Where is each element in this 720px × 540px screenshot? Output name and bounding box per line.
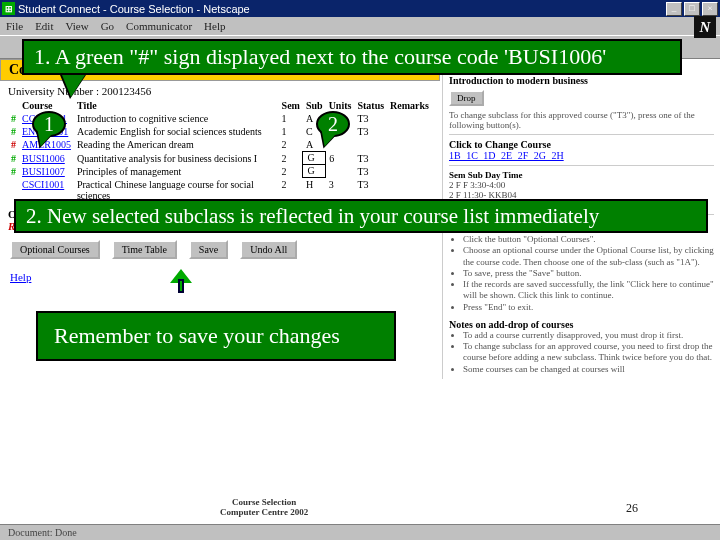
list-item: To save, press the "Save" button. [463,268,714,279]
table-row: #BUSI1007Principles of management2GT3 [8,165,432,178]
course-code-link[interactable]: CSCI1001 [22,179,64,190]
schedule-row: 2 F F 3:30-4:00 [449,180,714,190]
table-row: CSCI1001Practical Chinese language cours… [8,178,432,202]
detail-course-title: Introduction to modern business [449,75,714,86]
status-bar: Document: Done [0,524,720,540]
netscape-badge: N [694,16,716,38]
hash-indicator: # [8,138,19,152]
help-link[interactable]: Help [0,267,440,287]
click-change-label: Click to Change Course [449,139,714,150]
steps-list: Click the button "Optional Courses".Choo… [449,234,714,313]
callout-1: 1. A green "#" sign displayed next to th… [22,39,682,75]
minimize-button[interactable]: _ [666,2,682,16]
menu-view[interactable]: View [65,20,88,32]
col-sem: Sem [279,99,303,112]
list-item: Choose an optional course under the Opti… [463,245,714,268]
table-row: #BUSI1006Quantitative analysis for busin… [8,152,432,165]
maximize-button[interactable]: □ [684,2,700,16]
menu-file[interactable]: File [6,20,23,32]
table-row: #ENGL1101Academic English for social sci… [8,125,432,138]
course-title: Academic English for social sciences stu… [74,125,279,138]
hash-indicator: # [8,125,19,138]
menu-help[interactable]: Help [204,20,225,32]
schedule-header: Sem Sub Day Time [449,170,714,180]
col-status: Status [354,99,387,112]
undo-all-button[interactable]: Undo All [240,240,297,259]
slide-number: 26 [626,501,638,516]
col-remarks: Remarks [387,99,432,112]
footer-credit: Course Selection Computer Centre 2002 [220,498,308,518]
course-title: Introduction to cognitive science [74,112,279,125]
col-title: Title [74,99,279,112]
course-title: Principles of management [74,165,279,178]
list-item: Press "End" to exit. [463,302,714,313]
menu-go[interactable]: Go [101,20,114,32]
hash-indicator: # [8,112,19,125]
close-button[interactable]: × [702,2,718,16]
callout-2: 2. New selected subclass is reflected in… [14,199,708,233]
notes-header: Notes on add-drop of courses [449,319,714,330]
callout-3: Remember to save your changes [36,311,396,361]
course-code-link[interactable]: BUSI1006 [22,153,65,164]
drop-button[interactable]: Drop [449,90,484,106]
list-item: To change subclass for an approved cours… [463,341,714,364]
optional-courses-button[interactable]: Optional Courses [10,240,100,259]
hash-indicator: # [8,152,19,165]
hash-indicator [8,178,19,202]
course-title: Practical Chinese language course for so… [74,178,279,202]
table-row: #CCST1001Introduction to cognitive scien… [8,112,432,125]
menubar: File Edit View Go Communicator Help N [0,17,720,35]
course-code-link[interactable]: BUSI1007 [22,166,65,177]
bubble-2: 2 [316,111,350,137]
course-table: Course Title Sem Sub Units Status Remark… [8,99,432,202]
window-titlebar: ⊞ Student Connect - Course Selection - N… [0,0,720,17]
list-item: Some courses can be changed at courses w… [463,364,714,375]
action-bar: Optional Courses Time Table Save Undo Al… [0,232,440,267]
course-title: Reading the American dream [74,138,279,152]
menu-edit[interactable]: Edit [35,20,53,32]
drop-note: To change subclass for this approved cou… [449,110,714,130]
hash-indicator: # [8,165,19,178]
course-title: Quantitative analysis for business decis… [74,152,279,165]
list-item: To add a course currently disapproved, y… [463,330,714,341]
table-row: #AMER1005Reading the American dream2A [8,138,432,152]
arrow-to-save-icon [170,269,192,297]
notes-list: To add a course currently disapproved, y… [449,330,714,375]
save-button[interactable]: Save [189,240,228,259]
app-icon: ⊞ [2,2,15,15]
bubble-1: 1 [32,111,66,137]
menu-communicator[interactable]: Communicator [126,20,192,32]
window-title: Student Connect - Course Selection - Net… [18,3,666,15]
list-item: If the records are saved successfully, t… [463,279,714,302]
list-item: Click the button "Optional Courses". [463,234,714,245]
table-header-row: Course Title Sem Sub Units Status Remark… [8,99,432,112]
timetable-button[interactable]: Time Table [112,240,177,259]
subclass-links[interactable]: 1B 1C 1D 2E 2F 2G 2H [449,150,714,161]
